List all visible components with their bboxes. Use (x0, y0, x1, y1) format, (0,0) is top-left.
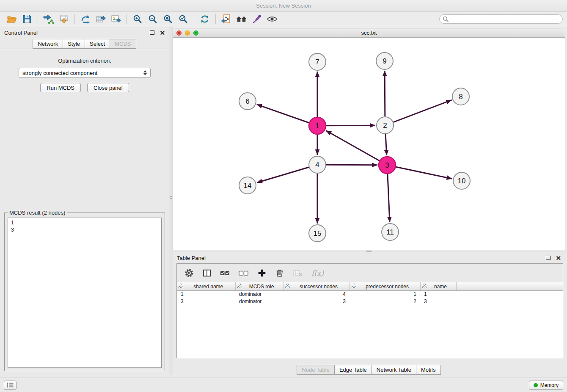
import-network-button[interactable] (41, 13, 56, 25)
svg-text:3: 3 (385, 161, 389, 169)
node-3[interactable]: 3 (379, 157, 396, 174)
close-window-icon[interactable]: × (176, 30, 182, 36)
node-8[interactable]: 8 (452, 88, 469, 105)
vertical-splitter[interactable] (169, 26, 173, 375)
svg-text:10: 10 (458, 177, 466, 185)
task-list-icon (7, 382, 14, 388)
horizontal-splitter-grip[interactable] (366, 251, 372, 252)
export-image-icon (111, 14, 121, 24)
network-file-icon (221, 14, 231, 24)
toolbar-separator (38, 14, 38, 24)
add-column-button[interactable] (257, 268, 267, 278)
edge-3-to-11[interactable] (388, 174, 390, 222)
svg-text:2: 2 (383, 121, 387, 130)
session-home-button[interactable] (234, 13, 249, 25)
open-session-button[interactable] (4, 13, 19, 25)
close-panel-icon[interactable]: ✕ (160, 30, 165, 36)
column-type-icon (237, 284, 242, 290)
svg-text:14: 14 (244, 182, 252, 190)
search-input[interactable] (450, 16, 559, 22)
column-type-icon (285, 284, 290, 290)
node-7[interactable]: 7 (309, 53, 326, 70)
node-2[interactable]: 2 (377, 117, 394, 134)
edge-2-to-8[interactable] (394, 100, 452, 122)
node-11[interactable]: 11 (382, 224, 399, 240)
import-table-button[interactable] (56, 13, 72, 25)
tab-style[interactable]: Style (63, 39, 85, 49)
split-column-button[interactable] (202, 269, 212, 277)
node-6[interactable]: 6 (239, 93, 256, 110)
zoom-in-button[interactable] (130, 13, 145, 25)
node-14[interactable]: 14 (239, 177, 256, 194)
tab-edge-table[interactable]: Edge Table (334, 365, 372, 375)
trash-icon (275, 268, 284, 278)
zoom-fit-button[interactable] (160, 13, 176, 25)
close-panel-button[interactable]: Close panel (87, 83, 129, 92)
unselect-all-columns-button[interactable] (239, 269, 249, 277)
column-type-icon (422, 284, 427, 290)
svg-text:11: 11 (386, 228, 394, 236)
edge-1-to-2[interactable] (326, 125, 375, 126)
zoom-out-icon (148, 14, 158, 24)
column-header-shared-name[interactable]: shared name (177, 282, 235, 291)
table-settings-button[interactable] (184, 268, 194, 278)
float-panel-icon[interactable] (150, 30, 154, 35)
tab-network[interactable]: Network (33, 39, 63, 49)
vertical-splitter-grip[interactable] (170, 195, 172, 200)
memory-button[interactable]: Memory (529, 381, 563, 390)
node-4[interactable]: 4 (309, 156, 326, 173)
export-image-button[interactable] (108, 13, 124, 25)
network-file-button[interactable] (219, 13, 234, 25)
export-table-button[interactable] (93, 13, 108, 25)
zoom-selected-button[interactable] (176, 13, 191, 25)
column-header-name[interactable]: name (420, 282, 456, 291)
search-field[interactable] (439, 14, 563, 24)
minimize-window-icon[interactable]: – (185, 30, 190, 36)
node-9[interactable]: 9 (376, 52, 393, 69)
save-session-button[interactable] (19, 13, 35, 25)
task-history-button[interactable] (4, 381, 17, 390)
node-1[interactable]: 1 (309, 117, 326, 134)
column-header-successor-nodes[interactable]: successor nodes (283, 282, 350, 291)
save-session-icon (22, 14, 32, 24)
edge-4-to-3[interactable] (326, 165, 377, 165)
node-10[interactable]: 10 (453, 172, 470, 189)
column-header-predecessor-nodes[interactable]: predecessor nodes (350, 282, 420, 291)
edge-4-to-14[interactable] (257, 167, 309, 182)
export-network-button[interactable] (78, 13, 93, 25)
delete-table-button[interactable] (293, 268, 303, 278)
table-row[interactable]: 1dominator411 (177, 291, 563, 298)
export-network-icon (80, 14, 91, 24)
table-row[interactable]: 3dominator323 (177, 298, 563, 305)
tab-node-table[interactable]: Node Table (297, 365, 335, 375)
tab-motifs[interactable]: Motifs (416, 365, 441, 375)
edge-2-to-9[interactable] (385, 71, 385, 116)
apply-style-button[interactable] (249, 13, 264, 25)
column-header-MCDS-role[interactable]: MCDS role (235, 282, 283, 291)
show-graphics-details-button[interactable] (264, 13, 280, 25)
edge-1-to-6[interactable] (257, 105, 309, 123)
delete-column-button[interactable] (275, 268, 284, 278)
select-all-columns-button[interactable] (220, 269, 230, 277)
zoom-out-button[interactable] (145, 13, 160, 25)
network-window-titlebar[interactable]: × – + scc.txt (173, 28, 565, 38)
close-table-panel-icon[interactable]: ✕ (556, 255, 561, 261)
network-canvas[interactable]: 7968124314101511 (173, 38, 565, 250)
window-controls: × – + (176, 28, 198, 38)
edge-2-to-3[interactable] (385, 134, 387, 155)
mcds-result-text[interactable]: 1 3 (8, 218, 162, 368)
tab-select[interactable]: Select (85, 39, 110, 49)
run-mcds-button[interactable]: Run MCDS (40, 83, 81, 92)
function-builder-button[interactable]: f(x) (311, 269, 324, 277)
tab-network-table[interactable]: Network Table (372, 365, 416, 375)
optimization-criterion-label: Optimization criterion: (0, 58, 169, 64)
maximize-window-icon[interactable]: + (193, 30, 198, 36)
zoom-selected-icon (178, 14, 188, 24)
criterion-dropdown[interactable]: strongly connected component (19, 68, 151, 78)
float-table-panel-icon[interactable] (546, 256, 550, 260)
edge-3-to-1[interactable] (326, 130, 380, 160)
edge-3-to-10[interactable] (396, 167, 452, 179)
refresh-view-button[interactable] (197, 13, 212, 25)
node-15[interactable]: 15 (309, 225, 326, 242)
tab-mcds[interactable]: MCDS (110, 39, 136, 49)
